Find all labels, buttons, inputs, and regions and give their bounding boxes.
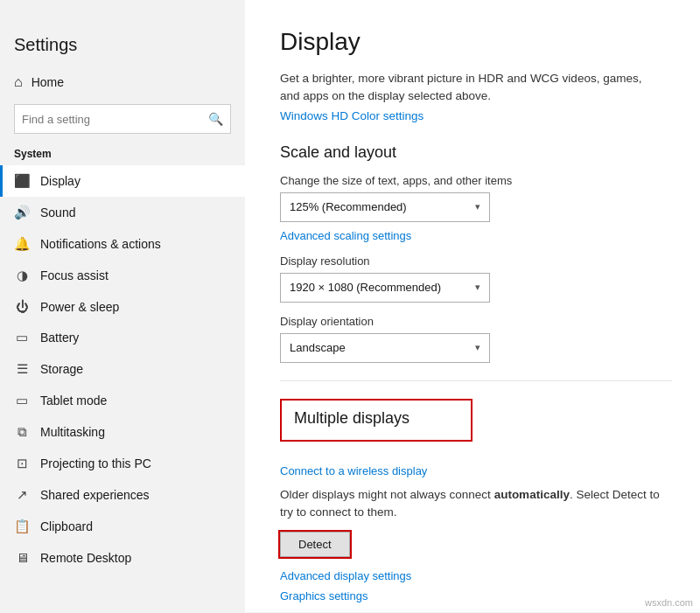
remote-icon: 🖥 xyxy=(14,550,30,565)
resolution-dropdown-value: 1920 × 1080 (Recommended) xyxy=(290,281,441,294)
sidebar-label-tablet: Tablet mode xyxy=(40,394,107,408)
focus-icon: ◑ xyxy=(14,268,30,283)
sidebar-label-power: Power & sleep xyxy=(40,300,119,314)
projecting-icon: ⊡ xyxy=(14,456,30,471)
divider xyxy=(280,380,672,381)
graphics-settings-link[interactable]: Graphics settings xyxy=(280,589,672,603)
app-container: Settings ⌂ Home 🔍 System ⬛ Display 🔊 Sou… xyxy=(0,0,700,612)
system-section-label: System xyxy=(0,144,245,165)
clipboard-icon: 📋 xyxy=(14,519,30,534)
sidebar-label-display: Display xyxy=(40,174,80,188)
multiple-displays-section: Multiple displays xyxy=(280,399,472,442)
hdr-link[interactable]: Windows HD Color settings xyxy=(280,109,672,122)
shared-icon: ↗ xyxy=(14,487,30,503)
bottom-links: Advanced display settings Graphics setti… xyxy=(280,569,672,603)
sidebar-label-notifications: Notifications & actions xyxy=(40,237,161,251)
sidebar-item-battery[interactable]: ▭ Battery xyxy=(0,322,245,353)
auto-connect-bold: automatically xyxy=(494,488,570,501)
sidebar-item-tablet[interactable]: ▭ Tablet mode xyxy=(0,385,245,416)
sidebar-item-storage[interactable]: ☰ Storage xyxy=(0,353,245,385)
orientation-label: Display orientation xyxy=(280,315,672,328)
sidebar-item-clipboard[interactable]: 📋 Clipboard xyxy=(0,511,245,542)
hdr-description: Get a brighter, more vibrant picture in … xyxy=(280,70,672,106)
search-icon: 🔍 xyxy=(208,112,223,126)
sidebar-item-display[interactable]: ⬛ Display xyxy=(0,165,245,197)
advanced-display-link[interactable]: Advanced display settings xyxy=(280,569,672,582)
sidebar-label-projecting: Projecting to this PC xyxy=(40,456,151,470)
orientation-chevron-icon: ▾ xyxy=(475,342,480,353)
scale-dropdown-value: 125% (Recommended) xyxy=(290,200,407,213)
sidebar-item-focus[interactable]: ◑ Focus assist xyxy=(0,260,245,291)
sidebar-label-battery: Battery xyxy=(40,331,79,345)
notifications-icon: 🔔 xyxy=(14,236,30,252)
sidebar-item-remote[interactable]: 🖥 Remote Desktop xyxy=(0,542,245,573)
sidebar-label-shared: Shared experiences xyxy=(40,488,150,502)
search-input[interactable] xyxy=(22,113,208,126)
sidebar-item-home[interactable]: ⌂ Home xyxy=(0,67,245,97)
sidebar-item-projecting[interactable]: ⊡ Projecting to this PC xyxy=(0,448,245,479)
resolution-dropdown[interactable]: 1920 × 1080 (Recommended) ▾ xyxy=(280,273,490,303)
sidebar-item-power[interactable]: ⏻ Power & sleep xyxy=(0,291,245,322)
sidebar-label-multitasking: Multitasking xyxy=(40,425,105,439)
settings-title: Settings xyxy=(14,35,231,55)
home-label: Home xyxy=(32,75,64,89)
sidebar-header: Settings xyxy=(0,28,245,67)
resolution-chevron-icon: ▾ xyxy=(475,282,480,293)
sidebar-label-storage: Storage xyxy=(40,362,83,376)
scale-label: Change the size of text, apps, and other… xyxy=(280,174,672,187)
sidebar-label-focus: Focus assist xyxy=(40,268,108,282)
sidebar-item-shared[interactable]: ↗ Shared experiences xyxy=(0,479,245,511)
sidebar-item-sound[interactable]: 🔊 Sound xyxy=(0,197,245,228)
sidebar: Settings ⌂ Home 🔍 System ⬛ Display 🔊 Sou… xyxy=(0,0,245,612)
sidebar-label-clipboard: Clipboard xyxy=(40,519,93,533)
sound-icon: 🔊 xyxy=(14,205,30,220)
orientation-dropdown[interactable]: Landscape ▾ xyxy=(280,333,490,363)
sidebar-item-multitasking[interactable]: ⧉ Multitasking xyxy=(0,416,245,448)
home-icon: ⌂ xyxy=(14,74,23,90)
main-content: Display Get a brighter, more vibrant pic… xyxy=(245,0,700,612)
battery-icon: ▭ xyxy=(14,330,30,345)
display-icon: ⬛ xyxy=(14,173,30,189)
multiple-displays-title: Multiple displays xyxy=(294,409,458,428)
advanced-scaling-link[interactable]: Advanced scaling settings xyxy=(280,229,672,242)
orientation-dropdown-value: Landscape xyxy=(290,341,346,354)
detect-button[interactable]: Detect xyxy=(280,532,350,557)
power-icon: ⏻ xyxy=(14,299,30,314)
sidebar-label-sound: Sound xyxy=(40,205,75,219)
sidebar-label-remote: Remote Desktop xyxy=(40,551,131,565)
watermark: wsxdn.com xyxy=(645,597,693,608)
scale-section-heading: Scale and layout xyxy=(280,143,672,162)
resolution-label: Display resolution xyxy=(280,254,672,268)
connect-wireless-link[interactable]: Connect to a wireless display xyxy=(280,464,672,477)
search-box[interactable]: 🔍 xyxy=(14,104,231,134)
tablet-icon: ▭ xyxy=(14,393,30,408)
scale-dropdown[interactable]: 125% (Recommended) ▾ xyxy=(280,192,490,222)
multitasking-icon: ⧉ xyxy=(14,424,30,440)
scale-chevron-icon: ▾ xyxy=(475,201,480,212)
storage-icon: ☰ xyxy=(14,361,30,377)
sidebar-item-notifications[interactable]: 🔔 Notifications & actions xyxy=(0,228,245,260)
page-title: Display xyxy=(280,28,672,56)
auto-connect-description: Older displays might not always connect … xyxy=(280,486,672,522)
